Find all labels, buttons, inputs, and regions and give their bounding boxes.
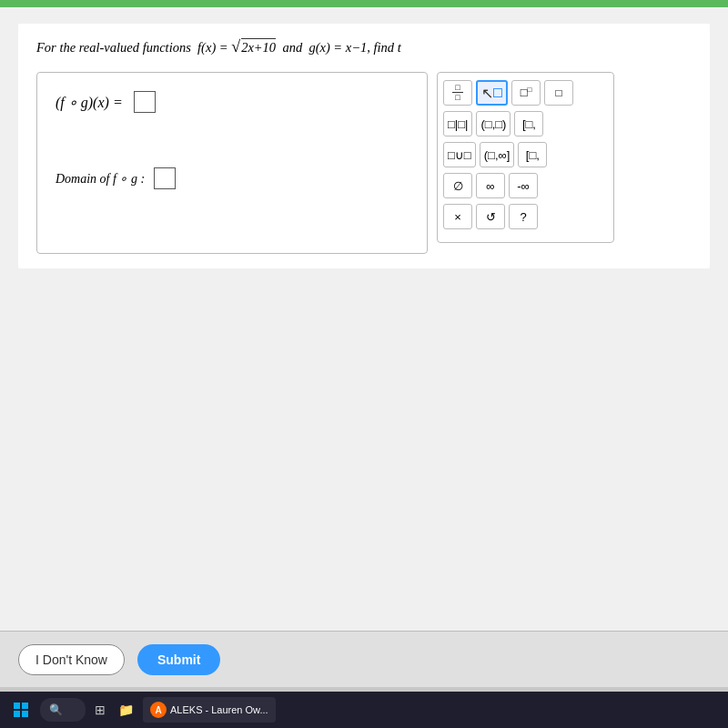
content-area: For the real-valued functions f(x) = √ 2… <box>0 7 728 637</box>
neg-infinity-button[interactable]: -∞ <box>509 173 538 198</box>
partial-icon: □ <box>555 86 561 99</box>
partial-button[interactable]: □ <box>544 80 573 106</box>
question-text: For the real-valued functions f(x) = √ 2… <box>36 38 692 56</box>
cursor-icon: ↖ <box>481 85 493 102</box>
half-open-right-button[interactable]: [□, <box>514 111 543 136</box>
file-explorer-button[interactable]: 📁 <box>115 701 137 720</box>
keyboard-row-1: □ □ ↖ □□ □ <box>443 80 608 106</box>
infinity-button[interactable]: ∞ <box>476 173 505 198</box>
keyboard-row-3: □∪□ (□,∞] [□, <box>443 142 608 167</box>
help-icon: ? <box>520 210 526 224</box>
abs-button[interactable]: □|□| <box>443 111 472 136</box>
open-interval-button[interactable]: (□,□) <box>476 111 511 136</box>
undo-button[interactable]: ↺ <box>476 204 505 229</box>
answer-section: (f ∘ g)(x) = Domain of f ∘ g : <box>36 72 692 254</box>
fog-input[interactable] <box>134 91 156 113</box>
aleks-taskbar-item[interactable]: A ALEKS - Lauren Ow... <box>143 697 276 723</box>
windows-taskbar: 🔍 ⊞ 📁 A ALEKS - Lauren Ow... <box>0 692 728 728</box>
search-bar[interactable]: 🔍 <box>40 698 86 722</box>
superscript-icon: □□ <box>521 86 532 99</box>
closed-inf-icon: [□, <box>526 148 540 162</box>
start-button[interactable] <box>7 696 35 723</box>
closed-open-icon: (□,∞] <box>484 148 511 162</box>
question-card: For the real-valued functions f(x) = √ 2… <box>18 24 710 268</box>
fog-label: (f ∘ g)(x) = <box>56 94 123 111</box>
neg-infinity-icon: -∞ <box>517 179 530 193</box>
bottom-buttons-area: I Don't Know Submit <box>0 631 728 687</box>
dont-know-button[interactable]: I Don't Know <box>18 644 125 675</box>
times-button[interactable]: × <box>443 204 472 229</box>
domain-input[interactable] <box>154 167 176 189</box>
windows-logo-icon <box>14 703 28 717</box>
svg-rect-2 <box>14 711 20 717</box>
abs-icon: □|□| <box>448 117 468 131</box>
half-open-right-icon: [□, <box>522 117 536 131</box>
search-icon: 🔍 <box>49 703 63 716</box>
keyboard-row-2: □|□| (□,□) [□, <box>443 111 608 136</box>
keyboard-row-5: × ↺ ? <box>443 204 608 229</box>
empty-set-button[interactable]: ∅ <box>443 173 472 198</box>
math-keyboard: □ □ ↖ □□ □ <box>437 72 614 243</box>
aleks-label: ALEKS - Lauren Ow... <box>170 704 268 715</box>
answer-box: (f ∘ g)(x) = Domain of f ∘ g : <box>36 72 428 254</box>
union-icon: □∪□ <box>448 148 471 162</box>
open-interval-icon: (□,□) <box>480 117 506 131</box>
fraction-button[interactable]: □ □ <box>443 80 472 106</box>
svg-rect-3 <box>22 711 28 717</box>
keyboard-row-4: ∅ ∞ -∞ <box>443 173 608 198</box>
undo-icon: ↺ <box>486 210 496 224</box>
domain-row: Domain of f ∘ g : <box>56 167 409 189</box>
domain-label: Domain of f ∘ g : <box>56 171 145 187</box>
superscript-button[interactable]: □□ <box>511 80 541 106</box>
help-button[interactable]: ? <box>509 204 538 229</box>
formula-sqrt: √ 2x+10 <box>231 38 276 56</box>
closed-inf-button[interactable]: [□, <box>518 142 547 167</box>
submit-button[interactable]: Submit <box>137 644 220 675</box>
cursor-button[interactable]: ↖ <box>476 80 508 106</box>
infinity-icon: ∞ <box>486 179 494 193</box>
times-icon: × <box>454 210 461 224</box>
aleks-logo-icon: A <box>150 702 167 718</box>
svg-rect-0 <box>14 703 20 709</box>
union-button[interactable]: □∪□ <box>443 142 476 167</box>
svg-rect-1 <box>22 703 28 709</box>
task-view-button[interactable]: ⊞ <box>91 701 109 720</box>
fog-row: (f ∘ g)(x) = <box>56 91 409 113</box>
closed-open-button[interactable]: (□,∞] <box>480 142 515 167</box>
top-progress-bar <box>0 0 728 7</box>
empty-set-icon: ∅ <box>453 179 463 193</box>
